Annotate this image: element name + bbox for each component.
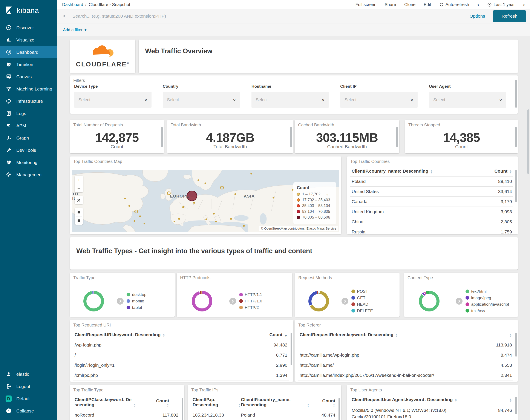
- table-row[interactable]: Canada3,179: [350, 197, 513, 207]
- table-row[interactable]: Mozilla/5.0 (Windows NT 6.1; WOW64; rv:1…: [350, 405, 513, 420]
- table-row[interactable]: United Kingdom3,093: [350, 207, 513, 217]
- table-row[interactable]: /8,771: [73, 350, 289, 360]
- add-filter-plus-icon[interactable]: +: [84, 27, 87, 32]
- kibana-logo[interactable]: kibana: [0, 0, 57, 21]
- donut-chart[interactable]: [83, 291, 104, 312]
- table-row[interactable]: 113,918: [298, 340, 513, 350]
- legend-item[interactable]: mobile: [127, 299, 173, 303]
- sidebar-item-discover[interactable]: Discover: [0, 21, 57, 34]
- legend-expand-icon[interactable]: [341, 298, 348, 305]
- table-row[interactable]: http://camilia.me/index.php/2017/06/17/w…: [298, 370, 513, 380]
- scrollbar[interactable]: [161, 127, 163, 147]
- legend-item[interactable]: application/javascript: [466, 302, 516, 307]
- search-input[interactable]: [73, 14, 470, 19]
- sidebar-item-timelion[interactable]: Timelion: [0, 58, 57, 71]
- scrollbar[interactable]: [515, 397, 517, 414]
- column-header[interactable]: ClientRequestUserAgent.keyword: Descendi…: [352, 397, 453, 402]
- map-zoom-out-button[interactable]: −: [75, 184, 83, 192]
- donut-chart[interactable]: [309, 291, 329, 312]
- world-map[interactable]: EUROPE ASIA TH IC + −: [72, 170, 339, 232]
- legend-expand-icon[interactable]: [456, 298, 462, 305]
- legend-item[interactable]: HTTP/1.1: [239, 292, 290, 297]
- sidebar-item-apm[interactable]: APM: [0, 120, 57, 132]
- sidebar-item-logout[interactable]: Logout: [0, 380, 57, 392]
- column-header[interactable]: ClientRequestReferer.keyword: Descending: [300, 332, 393, 337]
- sidebar-item-collapse[interactable]: Collapse: [0, 405, 57, 417]
- sidebar-item-dev-tools[interactable]: Dev Tools: [0, 144, 57, 156]
- sort-icon[interactable]: ▲▼: [395, 333, 398, 337]
- table-row[interactable]: noRecord117,802: [73, 410, 180, 420]
- scrollbar[interactable]: [182, 398, 183, 420]
- table-row[interactable]: China2,805: [350, 217, 513, 227]
- legend-item[interactable]: text/css: [466, 308, 516, 313]
- client-ip-select[interactable]: Select...∨: [340, 92, 418, 108]
- legend-expand-icon[interactable]: [229, 298, 236, 305]
- scrollbar[interactable]: [515, 333, 517, 357]
- sort-icon[interactable]: ▲▼: [455, 398, 457, 402]
- legend-item[interactable]: text/html: [466, 289, 516, 294]
- device-type-select[interactable]: Select...∨: [74, 92, 151, 108]
- map-draw-polygon-button[interactable]: [75, 208, 83, 216]
- scrollbar[interactable]: [396, 127, 398, 147]
- legend-expand-icon[interactable]: [117, 298, 124, 305]
- scrollbar[interactable]: [515, 127, 517, 147]
- scrollbar[interactable]: [291, 333, 292, 365]
- sort-icon[interactable]: ▲▼: [238, 404, 241, 407]
- table-row[interactable]: United States33,614: [350, 187, 513, 197]
- donut-chart[interactable]: [419, 291, 440, 312]
- scrollbar[interactable]: [515, 80, 517, 108]
- options-link[interactable]: Options: [470, 14, 485, 19]
- legend-item[interactable]: HTTP/1.0: [239, 299, 290, 303]
- sort-icon[interactable]: ▲▼: [430, 170, 433, 174]
- legend-item[interactable]: tablet: [127, 305, 173, 310]
- table-row[interactable]: http://camilia.me/wp-login.php8,474: [298, 350, 513, 360]
- map-draw-rectangle-button[interactable]: [75, 216, 83, 225]
- legend-item[interactable]: desktop: [127, 292, 173, 297]
- sort-icon[interactable]: ▲▼: [162, 333, 165, 337]
- legend-item[interactable]: GET: [351, 296, 398, 300]
- sidebar-item-logs[interactable]: Logs: [0, 107, 57, 120]
- sort-desc-icon[interactable]: ▼: [284, 335, 287, 337]
- table-row[interactable]: /xmlrpc.php1,394: [73, 370, 289, 380]
- country-select[interactable]: Select...∨: [163, 92, 240, 108]
- column-header[interactable]: Count: [494, 168, 507, 174]
- hostname-select[interactable]: Select...∨: [251, 92, 329, 108]
- map-zoom-in-button[interactable]: +: [75, 176, 83, 184]
- column-header[interactable]: ClientIP.country_name: Descending: [352, 168, 428, 174]
- sidebar-item-visualize[interactable]: Visualize: [0, 34, 57, 46]
- sidebar-item-default-space[interactable]: D Default: [0, 392, 57, 405]
- scrollbar[interactable]: [339, 398, 340, 420]
- legend-item[interactable]: HTTP/2: [239, 305, 290, 310]
- column-header[interactable]: Count: [269, 332, 282, 337]
- sidebar-item-infrastructure[interactable]: Infrastructure: [0, 95, 57, 107]
- map-attribution[interactable]: © OpenStreetMap contributors, Elastic Ma…: [259, 226, 338, 231]
- sidebar-item-graph[interactable]: Graph: [0, 132, 57, 144]
- add-filter-link[interactable]: Add a filter: [63, 28, 83, 32]
- time-picker[interactable]: Last 1 year: [487, 2, 515, 7]
- auto-refresh-button[interactable]: Auto-refresh: [439, 2, 469, 7]
- table-row[interactable]: 185.234.218.33 Poland 48,474: [191, 410, 337, 420]
- clone-button[interactable]: Clone: [404, 2, 415, 7]
- time-back-button[interactable]: ‹: [477, 1, 479, 8]
- breadcrumb-dashboard-link[interactable]: Dashboard: [62, 2, 83, 7]
- edit-button[interactable]: Edit: [424, 2, 431, 7]
- table-row[interactable]: Poland88,410: [350, 177, 513, 187]
- share-button[interactable]: Share: [385, 2, 396, 7]
- column-header[interactable]: ClientIP.country_name: Descending: [241, 397, 305, 407]
- sidebar-item-dashboard[interactable]: Dashboard: [0, 46, 57, 58]
- table-row[interactable]: http://camilia.me/4,553: [298, 360, 513, 370]
- table-row[interactable]: /wp-login.php94,482: [73, 340, 289, 350]
- user-agent-select[interactable]: Select...∨: [429, 92, 506, 108]
- sort-icon[interactable]: ▲▼: [133, 404, 136, 407]
- sidebar-item-user[interactable]: elastic: [0, 368, 57, 380]
- table-row[interactable]: Russia1,759: [350, 227, 513, 234]
- legend-item[interactable]: DELETE: [351, 308, 398, 313]
- column-header[interactable]: ClientIPClass.keyword: Descending: [74, 397, 132, 407]
- scrollbar[interactable]: [290, 127, 292, 147]
- legend-item[interactable]: POST: [351, 289, 398, 294]
- map-fit-bounds-button[interactable]: [75, 196, 83, 204]
- sidebar-item-canvas[interactable]: Canvas: [0, 71, 57, 83]
- sort-icon[interactable]: ▲▼: [333, 404, 335, 407]
- refresh-button[interactable]: Refresh: [493, 10, 526, 22]
- donut-chart[interactable]: [192, 291, 212, 312]
